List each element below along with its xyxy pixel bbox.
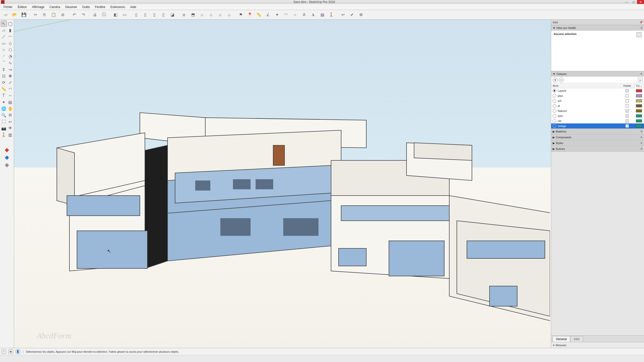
layer-row-plan[interactable]: plan <box>551 93 644 98</box>
layer-row-pl[interactable]: pl <box>551 103 644 108</box>
panel-header-entity[interactable]: ▼Infos sur l'entité ✕ <box>551 25 644 31</box>
panel-header-styles[interactable]: ▶Styles✕ <box>551 140 644 146</box>
menu-édition[interactable]: Édition <box>16 5 29 9</box>
iso-red-button[interactable]: ◆ <box>4 146 11 153</box>
panel-header-matières[interactable]: ▶Matières✕ <box>551 129 644 134</box>
menu-extensions[interactable]: Extensions <box>108 5 127 9</box>
prev-view-button[interactable]: ↩ <box>339 11 347 19</box>
save-file-button[interactable]: 💾 <box>20 11 28 19</box>
layer-row-sam[interactable]: sam✓ <box>551 113 644 118</box>
user-icon[interactable]: 👤 <box>16 349 20 354</box>
menu-outils[interactable]: Outils <box>80 5 92 9</box>
angle-button[interactable]: ∠ <box>264 11 272 19</box>
marker-button[interactable]: 📍 <box>246 11 254 19</box>
panel-close-icon[interactable]: ✕ <box>640 130 642 133</box>
text-tool-tool[interactable]: T <box>1 93 7 99</box>
rectangle-tool[interactable]: ▭ <box>1 40 7 46</box>
layer-color-swatch[interactable] <box>636 109 642 112</box>
zoom-ext-tool[interactable]: ⛶ <box>1 119 7 125</box>
layer-visible-checkbox[interactable]: ✓ <box>626 109 629 112</box>
layer-active-radio[interactable] <box>553 114 556 118</box>
dim-tool-tool[interactable]: ↔ <box>7 93 13 99</box>
layer-visible-checkbox[interactable]: ✓ <box>626 114 629 117</box>
panel-header-composants[interactable]: ▶Composants✕ <box>551 134 644 140</box>
arc2-tool[interactable]: ⌒ <box>1 60 7 66</box>
tray-tab-infor[interactable]: Infor <box>571 336 583 342</box>
undo-button[interactable]: ↶ <box>70 11 78 19</box>
validate-button[interactable]: ✔ <box>348 11 356 19</box>
select-tool[interactable]: ↖ <box>1 21 7 27</box>
follow-tool[interactable]: ↝ <box>7 66 13 72</box>
layer-color-swatch[interactable] <box>636 124 642 127</box>
tape-button[interactable]: 📏 <box>255 11 263 19</box>
bezier-tool[interactable]: ∿ <box>7 60 13 66</box>
menu-fenêtre[interactable]: Fenêtre <box>93 5 107 9</box>
orbit-tool[interactable]: 🌐 <box>1 106 7 112</box>
freehand-tool[interactable]: 〰 <box>7 34 13 40</box>
scale-tool[interactable]: ⤢ <box>7 79 13 85</box>
section-button[interactable]: ⬒ <box>189 11 197 19</box>
panel-close-icon[interactable]: ✕ <box>640 72 642 76</box>
section-tool-tool[interactable]: ▤ <box>7 99 13 105</box>
menu-affichage[interactable]: Affichage <box>30 5 47 9</box>
panel-close-icon[interactable]: ✕ <box>640 142 642 145</box>
help-icon[interactable]: ? <box>2 349 6 354</box>
layer-active-radio[interactable] <box>553 109 556 113</box>
back-view-button[interactable]: ▯ <box>141 11 149 19</box>
menu-caméra[interactable]: Caméra <box>48 5 62 9</box>
protractor2-tool[interactable]: ◠ <box>7 86 13 92</box>
left-view-button[interactable]: ▯ <box>150 11 158 19</box>
new-file-button[interactable]: ▱ <box>2 11 10 19</box>
look-tool[interactable]: 👁 <box>7 125 13 131</box>
model-info-button[interactable]: ⓘ <box>100 11 108 19</box>
walk-tool-tool[interactable]: 🚶 <box>1 132 7 138</box>
paste-button[interactable]: 📋 <box>49 11 58 19</box>
selection-filter-icon[interactable] <box>636 32 641 37</box>
iso-blue-button[interactable]: ◆ <box>4 154 11 161</box>
paint-tool[interactable]: ▮ <box>7 27 13 33</box>
rotate-tool[interactable]: ⟳ <box>1 79 7 85</box>
front-view-button[interactable]: ▯ <box>132 11 140 19</box>
tape-tool[interactable]: 📏 <box>1 86 7 92</box>
layer-active-radio[interactable] <box>553 124 556 128</box>
layer-color-swatch[interactable] <box>636 119 642 122</box>
layer-color-swatch[interactable] <box>636 89 642 92</box>
pan-tool[interactable]: ✋ <box>7 106 13 112</box>
panel-close-icon[interactable]: ✕ <box>640 26 642 30</box>
layer-row-natuzzi[interactable]: Natuzzi✓ <box>551 108 644 113</box>
pin-icon[interactable]: 📌 <box>639 21 642 24</box>
right-view-button[interactable]: ▯ <box>159 11 168 19</box>
iso-view-button[interactable]: ◧ <box>111 11 120 19</box>
menu-aide[interactable]: Aide <box>128 5 138 9</box>
zoom-window-tool[interactable]: ⧉ <box>7 112 13 118</box>
layer-color-swatch[interactable] <box>636 114 642 117</box>
layer-visible-checkbox[interactable] <box>626 99 629 102</box>
axes-tool-tool[interactable]: ✦ <box>1 99 7 105</box>
layer-active-radio[interactable] <box>553 94 556 98</box>
house4-button[interactable]: ⌂ <box>225 11 233 19</box>
layer-color-swatch[interactable] <box>636 99 642 102</box>
maximize-button[interactable]: ◻ <box>630 0 637 4</box>
layer-color-swatch[interactable] <box>636 94 642 97</box>
geo-icon[interactable]: ◉ <box>9 349 13 354</box>
protractor-button[interactable]: ◠ <box>282 11 290 19</box>
line-tool[interactable]: ／ <box>1 34 7 40</box>
pie-tool[interactable]: ◔ <box>7 53 13 59</box>
close-button[interactable]: ✕ <box>637 0 644 4</box>
tag-button[interactable]: ⚑ <box>236 11 245 19</box>
eraser-tool[interactable]: ▱ <box>1 27 7 33</box>
circle-tool[interactable]: ○ <box>1 47 7 53</box>
prev-tool[interactable]: ↩ <box>7 119 13 125</box>
3dtext-button[interactable]: 𝐀 <box>309 11 317 19</box>
copy-button[interactable]: ⎘ <box>40 11 49 19</box>
menu-dessiner[interactable]: Dessiner <box>63 5 79 9</box>
house3-button[interactable]: ⌂ <box>216 11 224 19</box>
panel-close-icon[interactable]: ✕ <box>640 147 642 151</box>
delete-layer-button[interactable]: − <box>559 77 564 82</box>
panel-header-layers[interactable]: ▼Calques ✕ <box>551 71 644 77</box>
layer-visible-checkbox[interactable] <box>626 94 629 97</box>
axes-button[interactable]: ✦ <box>273 11 281 19</box>
panel-header-scènes[interactable]: ▶Scènes✕ <box>551 146 644 152</box>
add-layer-button[interactable]: + <box>553 77 558 82</box>
layer-active-radio[interactable] <box>553 89 556 93</box>
